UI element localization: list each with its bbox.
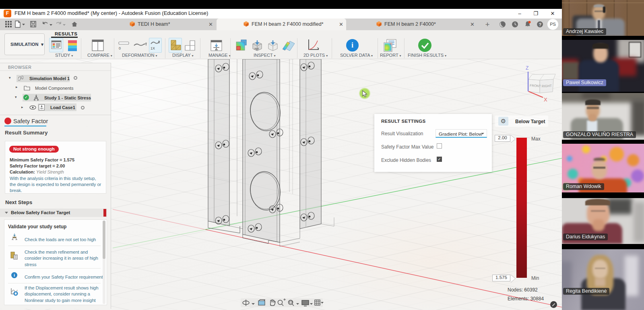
svg-text:FRONT: FRONT <box>530 84 541 88</box>
svg-text:0: 0 <box>119 46 121 50</box>
svg-text:xyz: xyz <box>254 47 259 50</box>
svg-text:RIGHT: RIGHT <box>542 84 552 88</box>
svg-text:Z: Z <box>526 65 528 71</box>
svg-text:?: ? <box>539 22 542 27</box>
svg-text:X: X <box>544 97 547 103</box>
